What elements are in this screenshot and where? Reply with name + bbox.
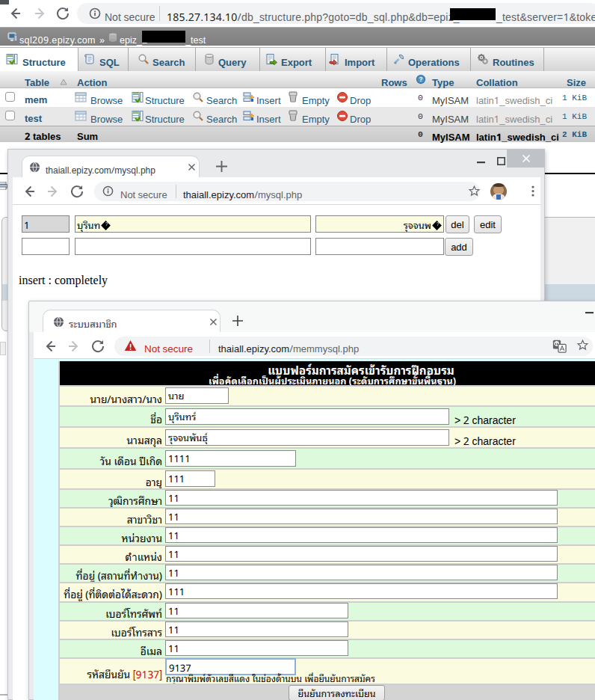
svg-text:?: ? xyxy=(419,76,422,83)
